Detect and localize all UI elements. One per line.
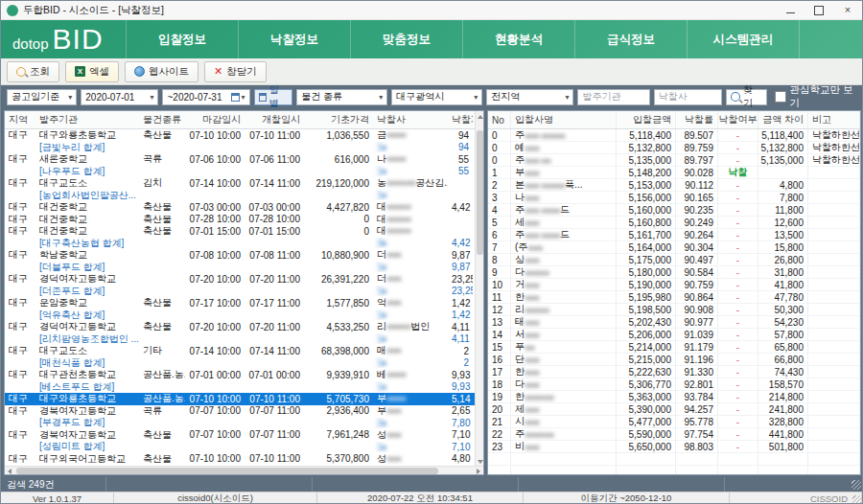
column-header-2[interactable]: 물건종류 [139, 113, 185, 126]
table-row[interactable]: 대구대건중학교축산물07-03 00:0007-03 00:004,427,82… [5, 201, 483, 214]
table-row[interactable]: 대구대구외국어고등학교축산물07-10 10:0007-10 11:005,37… [5, 453, 483, 466]
table-row[interactable]: 18다●●●5,306,77092.801-158,570 [488, 378, 860, 391]
column-header-3[interactable]: 마감일시 [185, 113, 245, 126]
resize-grip-icon[interactable] [852, 495, 861, 504]
table-row[interactable]: 1부●●●5,148,20090.028낙찰 [488, 167, 860, 179]
column-header-7[interactable]: 낙찰가 [448, 113, 473, 126]
table-row[interactable]: 대구대구교도소기타07-14 10:0007-14 11:0068,398,00… [5, 345, 483, 357]
table-row[interactable]: 대구대건중학교축산물07-01 15:0007-01 15:000대●●●●● [5, 225, 483, 238]
table-row[interactable]: [나우푸드 합계]1●55 [5, 166, 483, 178]
minimize-button[interactable] [776, 1, 805, 19]
column-header-5[interactable]: 기초가격 [304, 113, 373, 126]
table-row[interactable]: 대구경북여자고등학교곡류07-07 10:0007-07 11:002,936,… [5, 405, 483, 418]
scrollbar-thumb[interactable] [16, 468, 438, 474]
table-row[interactable]: 3나●●●5,156,00090.165-7,800 [488, 192, 860, 204]
table-row[interactable]: 15푸●●5,214,00091.179-65,800 [488, 341, 860, 354]
table-row[interactable]: [더존푸드 합계]1●23,25 [5, 286, 483, 298]
table-row[interactable]: [매천식품 합계]1●2 [5, 357, 483, 370]
table-row[interactable]: 2본●●● ●●●●●푹...5,153,00090.112-4,800 [488, 179, 860, 192]
find-button[interactable]: 찾기 [726, 89, 767, 105]
nav-item-2[interactable]: 맞춤정보 [350, 20, 462, 58]
table-row[interactable]: 0주●●● ●●●●●5,118,40089.507-5,118,400낙찰하한… [488, 129, 860, 142]
favorite-school-checkbox[interactable]: 관심학교만 보기 [775, 83, 862, 110]
vertical-scrollbar[interactable] [475, 111, 483, 468]
table-row[interactable]: 6주●●● ●●●●드5,161,70090.264-13,500 [488, 229, 860, 241]
cell-no: 16 [488, 354, 511, 365]
table-row[interactable]: [농업회사법인팔공산...1● [5, 190, 483, 202]
table-row[interactable]: 대구대구와룡초등학교공산품.농...07-10 10:0007-10 11:00… [5, 393, 483, 405]
column-header-4[interactable]: 개찰일시 [245, 113, 304, 126]
table-row[interactable]: 11한●●●5,195,98090.864-47,780 [488, 291, 860, 304]
nav-item-5[interactable]: 시스템관리 [687, 20, 800, 58]
nav-item-1[interactable]: 낙찰정보 [238, 20, 350, 58]
table-row[interactable]: [부경푸드 합계]2●7,80 [5, 417, 483, 429]
table-row[interactable]: 16단●●●5,215,00091.196-66,800 [488, 354, 860, 366]
column-header-1[interactable]: 발주기관 [35, 113, 139, 126]
table-row[interactable]: 21시●●●5,477,00095.778-328,800 [488, 416, 860, 428]
column-header-2[interactable]: 입찰금액 [617, 111, 676, 128]
column-header-0[interactable]: 지역 [5, 113, 35, 126]
table-row[interactable]: 4주●●● ●●●●드5,160,00090.235-11,800 [488, 204, 860, 217]
resize-grip-icon[interactable] [851, 480, 861, 490]
table-row[interactable]: 0예●●●5,132,80089.759-5,132,800낙찰하한선 미달 [488, 142, 860, 154]
column-header-6[interactable]: 비고 [808, 111, 860, 128]
조회-button[interactable]: 조회 [7, 61, 59, 82]
table-row[interactable]: 13태●●●5,202,43090.977-54,230 [488, 316, 860, 329]
nav-item-3[interactable]: 현황분석 [462, 20, 574, 58]
column-header-3[interactable]: 낙찰률 [676, 111, 718, 128]
table-row[interactable]: 12리●●●●●5,198,50090.908-50,300 [488, 304, 860, 316]
column-header-1[interactable]: 입찰사명 [511, 111, 617, 128]
date-from-select[interactable]: 2020-07-01▾ [81, 89, 158, 105]
table-row[interactable]: 대구대건중학교축산물07-28 10:0007-28 10:000대●●●●● [5, 214, 483, 226]
column-header-5[interactable]: 금액 차이 [758, 111, 808, 128]
item-type-select[interactable]: 물건 종류▾ [296, 89, 387, 105]
table-row[interactable]: 9다●●●●●5,180,00090.584-31,800 [488, 266, 860, 279]
table-row[interactable]: 대구경북여자고등학교축산물07-07 10:0007-07 11:007,961… [5, 429, 483, 442]
웹사이트-button[interactable]: 웹사이트 [125, 61, 198, 82]
daily-button[interactable]: 일별 [254, 89, 293, 105]
table-row[interactable]: 대구경덕여자고등학교07-20 10:0007-20 11:0026,391,2… [5, 273, 483, 286]
table-row[interactable]: 19한●●●●●●5,363,00093.784-214,800 [488, 391, 860, 403]
close-button[interactable]: × [833, 1, 862, 19]
table-row[interactable]: 대구대구와룡초등학교축산물07-10 10:0007-10 11:001,036… [5, 129, 483, 142]
table-row[interactable]: [더블푸드 합계]1●9,87 [5, 262, 483, 274]
table-row[interactable]: 8싱●●●5,175,00090.497-26,800 [488, 254, 860, 266]
table-row[interactable]: 5세●●●5,160,80090.249-12,600 [488, 217, 860, 229]
table-row[interactable]: [억유축산 합계]1●1,42 [5, 309, 483, 322]
table-row[interactable]: 대구학남중학교07-08 10:0007-08 11:0010,880,900더… [5, 249, 483, 262]
org-search-input[interactable]: 발주기관 [577, 89, 649, 105]
table-row[interactable]: [베스트푸드 합계]1●9,93 [5, 381, 483, 394]
table-row[interactable]: 대구운암중학교축산물07-17 10:0007-17 11:001,577,85… [5, 297, 483, 309]
table-row[interactable]: 7(주●●●5,164,00090.304-15,800 [488, 241, 860, 254]
table-row[interactable]: 20제●●●5,390,00094.257-241,800 [488, 403, 860, 416]
column-header-6[interactable]: 낙찰사 [373, 113, 448, 126]
bidder-search-input[interactable]: 낙찰사 [654, 89, 722, 105]
maximize-button[interactable] [805, 1, 833, 19]
table-row[interactable]: 대구대구교도소김치07-14 10:0007-14 11:00219,120,0… [5, 177, 483, 190]
table-row[interactable]: 17한●●●5,222,63091.330-74,430 [488, 366, 860, 378]
table-row[interactable]: 0주●●● ●●5,135,00089.797-5,135,000낙찰하한선 미… [488, 154, 860, 167]
table-row[interactable]: [금빛누리 합계]1●94 [5, 142, 483, 154]
table-row[interactable]: 14서●●●5,206,00091.039-57,800 [488, 329, 860, 341]
region2-select[interactable]: 전지역▾ [486, 89, 573, 105]
table-row[interactable]: 대구대구관천초등학교공산품.농...07-01 00:0007-01 00:00… [5, 369, 483, 381]
scrollbar-thumb[interactable] [477, 130, 483, 255]
table-row[interactable]: 10거●●●5,190,00090.759-41,800 [488, 279, 860, 291]
column-header-4[interactable]: 낙찰여부 [718, 111, 758, 128]
table-row[interactable]: [대구축산농협 합계]3●4,42 [5, 238, 483, 250]
창닫기-button[interactable]: ✕창닫기 [204, 61, 267, 82]
date-to-select[interactable]: ~2020-07-31 ▾ [162, 89, 249, 105]
table-row[interactable]: 대구새론중학교곡류07-06 10:0007-06 11:00616,000나●… [5, 153, 483, 166]
horizontal-scrollbar[interactable] [5, 466, 483, 474]
region1-select[interactable]: 대구광역시▾ [391, 89, 482, 105]
table-row[interactable]: 22주●●●●●●5,590,00097.754-441,800 [488, 428, 860, 441]
table-row[interactable]: [리치팜영농조합법인 ...1●4,11 [5, 333, 483, 346]
date-basis-select[interactable]: 공고일기준▾ [7, 89, 77, 105]
table-row[interactable]: 23비●●●5,650,00098.803-501,800 [488, 441, 860, 453]
nav-item-0[interactable]: 입찰정보 [126, 20, 238, 58]
table-row[interactable]: 대구경덕여자고등학교축산물07-20 10:0007-20 11:004,533… [5, 321, 483, 333]
column-header-0[interactable]: No [488, 111, 511, 128]
nav-item-4[interactable]: 급식정보 [574, 20, 687, 58]
table-row[interactable]: [성림미트 합계]1●7,10 [5, 441, 483, 453]
엑셀-button[interactable]: X엑셀 [65, 61, 119, 82]
